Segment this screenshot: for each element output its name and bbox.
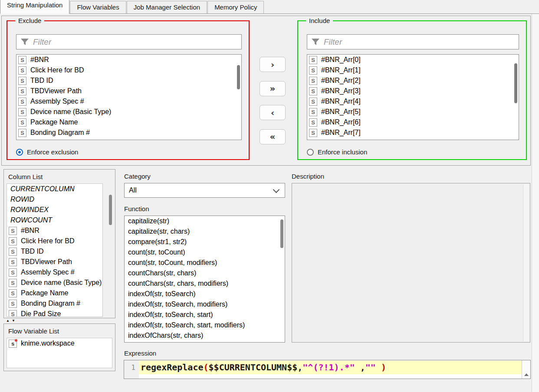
splitter-down-icon[interactable]: ▼ [12, 319, 17, 323]
list-item[interactable]: SClick Here for BD [7, 236, 102, 246]
function-item[interactable]: indexOf(str, toSearch, start) [125, 310, 285, 320]
move-all-left-button[interactable]: « [260, 129, 286, 144]
list-item[interactable]: S#BNR_Arr[0] [307, 55, 519, 65]
string-type-icon: S [309, 98, 317, 106]
expression-editor-scrollbar[interactable] [522, 360, 530, 379]
radio-icon [307, 149, 314, 156]
list-item[interactable]: S#BNR_Arr[5] [307, 107, 519, 117]
flow-variable-list-panel: Flow Variable List sknime.workspace [3, 323, 115, 371]
string-type-icon: S [309, 118, 317, 127]
special-column-item[interactable]: ROWID [7, 194, 102, 205]
item-label: #BNR [21, 227, 39, 235]
list-item[interactable]: S#BNR_Arr[2] [307, 75, 519, 86]
function-item[interactable]: indexOfChars(str, chars) [125, 330, 285, 341]
item-label: Package Name [30, 118, 78, 126]
function-item[interactable]: compare(str1, str2) [125, 237, 285, 247]
expression-token: ) [376, 362, 386, 372]
item-label: TBDViewer Path [21, 258, 72, 266]
list-item[interactable]: SAssembly Spec # [16, 96, 241, 107]
function-item[interactable]: capitalize(str, chars) [125, 226, 285, 237]
description-scrollbar[interactable] [523, 184, 529, 341]
column-list-scrollbar[interactable] [109, 195, 112, 225]
string-type-icon: S [9, 227, 17, 235]
item-label: Bonding Diagram # [21, 300, 80, 307]
expression-code-line[interactable]: regexReplace($$CURRENTCOLUMN$$,"^(?!1).*… [139, 361, 522, 374]
string-type-icon: S [9, 237, 17, 245]
item-label: #BNR_Arr[7] [321, 129, 361, 137]
enforce-inclusion-radio[interactable]: Enforce inclusion [307, 148, 367, 156]
list-item[interactable]: SBonding Diagram # [7, 298, 102, 309]
include-list-scrollbar[interactable] [514, 63, 517, 103]
list-item[interactable]: SDevice name (Basic Type) [7, 278, 102, 288]
list-item[interactable]: STBDViewer Path [16, 86, 241, 96]
item-label: #BNR [30, 56, 49, 64]
panel-splitter[interactable]: ▲▼ [6, 319, 17, 323]
list-item[interactable]: SDie Pad Size [7, 309, 102, 317]
special-column-item[interactable]: CURRENTCOLUMN [7, 184, 102, 194]
list-item[interactable]: STBD ID [16, 75, 241, 86]
column-list-title: Column List [8, 173, 43, 180]
enforce-exclusion-radio[interactable]: Enforce exclusion [16, 148, 78, 156]
string-manipulation-dialog: String ManipulationFlow VariablesJob Man… [0, 0, 539, 392]
item-label: Assembly Spec # [30, 98, 84, 105]
function-item[interactable]: indexOf(str, toSearch, modifiers) [125, 299, 285, 310]
list-item[interactable]: STBD ID [7, 246, 102, 257]
string-type-icon: S [18, 66, 26, 75]
expression-token: regexReplace [141, 362, 204, 372]
function-item[interactable]: countChars(str, chars, modifiers) [125, 278, 285, 289]
string-type-icon: S [18, 77, 26, 85]
string-type-icon: S [9, 300, 17, 308]
special-column-item[interactable]: ROWCOUNT [7, 215, 102, 225]
item-label: #BNR_Arr[5] [321, 108, 361, 116]
include-filter-input[interactable] [323, 36, 518, 48]
function-list-scrollbar[interactable] [280, 219, 283, 248]
category-select[interactable]: All [124, 183, 285, 198]
string-type-icon: S [9, 279, 17, 287]
splitter-up-icon[interactable]: ▲ [6, 319, 12, 323]
list-item[interactable]: S#BNR_Arr[7] [307, 127, 519, 138]
chevron-down-icon [273, 186, 280, 193]
function-item[interactable]: indexOf(str, toSearch) [125, 289, 285, 299]
function-item[interactable]: count(str, toCount) [125, 247, 285, 258]
tab-job-manager-selection[interactable]: Job Manager Selection [127, 1, 207, 13]
exclude-list: S#BNRSClick Here for BDSTBD IDSTBDViewer… [16, 54, 242, 140]
special-column-item[interactable]: ROWINDEX [7, 205, 102, 215]
move-right-button[interactable]: › [260, 57, 286, 72]
string-type-icon: S [18, 56, 26, 64]
main-vertical-scrollbar[interactable] [532, 14, 539, 392]
exclude-filter-input[interactable] [32, 36, 240, 48]
function-item[interactable]: count(str, toCount, modifiers) [125, 258, 285, 268]
function-item[interactable]: countChars(str, chars) [125, 268, 285, 278]
exclude-list-scrollbar[interactable] [237, 65, 240, 89]
list-item[interactable]: SPackage Name [16, 117, 241, 127]
string-type-icon: S [309, 56, 317, 64]
move-left-button[interactable]: ‹ [260, 105, 286, 120]
item-label: Assembly Spec # [21, 268, 75, 276]
list-item[interactable]: S#BNR_Arr[4] [307, 96, 519, 107]
list-item[interactable]: S#BNR_Arr[3] [307, 86, 519, 96]
flow-variable-item[interactable]: sknime.workspace [7, 338, 112, 349]
exclude-panel-title: Exclude [15, 17, 44, 25]
list-item[interactable]: S#BNR_Arr[1] [307, 65, 519, 75]
list-item[interactable]: S#BNR_Arr[6] [307, 117, 519, 127]
list-item[interactable]: S#BNR [16, 55, 241, 65]
enforce-exclusion-label: Enforce exclusion [27, 148, 78, 156]
list-item[interactable]: SDevice name (Basic Type) [16, 107, 241, 117]
expression-editor[interactable]: 1 regexReplace($$CURRENTCOLUMN$$,"^(?!1)… [124, 360, 531, 379]
expression-token: "" [365, 362, 376, 372]
list-item[interactable]: S#BNR [7, 225, 102, 236]
tab-flow-variables[interactable]: Flow Variables [70, 1, 126, 13]
tab-memory-policy[interactable]: Memory Policy [207, 1, 264, 13]
list-item[interactable]: SClick Here for BD [16, 65, 241, 75]
include-panel: Include S#BNR_Arr[0]S#BNR_Arr[1]S#BNR_Ar… [297, 20, 527, 160]
list-item[interactable]: SPackage Name [7, 288, 102, 298]
string-type-icon: S [309, 108, 317, 116]
tab-string-manipulation[interactable]: String Manipulation [0, 0, 69, 14]
function-item[interactable]: indexOf(str, toSearch, start, modifiers) [125, 320, 285, 330]
list-item[interactable]: SBonding Diagram # [16, 127, 241, 138]
function-item[interactable]: capitalize(str) [125, 216, 285, 226]
string-type-icon: S [309, 129, 317, 137]
list-item[interactable]: SAssembly Spec # [7, 267, 102, 278]
move-all-right-button[interactable]: » [260, 81, 286, 96]
list-item[interactable]: STBDViewer Path [7, 257, 102, 267]
